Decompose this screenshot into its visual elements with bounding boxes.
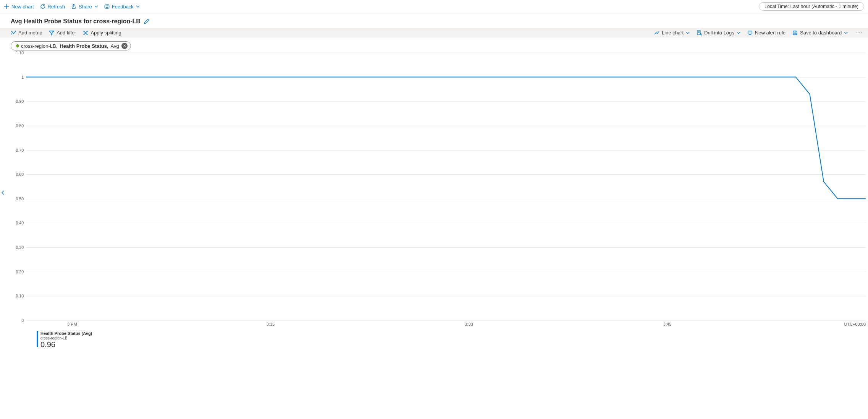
svg-rect-31 [16,44,19,47]
splitting-icon [83,30,88,36]
drill-into-logs-label: Drill into Logs [704,30,734,36]
metric-pill-resource: cross-region-LB, [21,43,57,49]
y-tick-label: 0.60 [11,172,24,177]
time-range-label: Local Time: Last hour (Automatic - 1 min… [765,4,858,9]
y-tick-label: 0.70 [11,148,24,153]
y-tick-label: 0 [11,318,24,323]
line-chart-icon [654,30,659,36]
legend-color-bar [37,331,38,347]
page-title-row: Avg Health Probe Status for cross-region… [0,13,868,28]
svg-line-18 [84,31,86,33]
x-tick-label: 3:30 [465,322,473,326]
chart-toolbar-left: Add metric Add filter Apply splitting [11,30,121,36]
x-tick-label: 3:15 [267,322,275,326]
metric-pill-row: cross-region-LB, Health Probe Status, Av… [0,37,868,53]
collapse-handle[interactable] [1,190,5,196]
more-actions-button[interactable]: ··· [855,30,864,36]
metric-pill-agg: Avg [111,43,119,49]
x-tick-label: 3 PM [67,322,77,326]
svg-line-21 [86,33,87,34]
chart-legend[interactable]: Health Probe Status (Avg) cross-region-L… [37,331,868,349]
share-icon [71,4,76,9]
chart-toolbar-right: Line chart Drill into Logs New alert rul… [654,30,864,36]
resource-icon [13,43,19,49]
apply-splitting-label: Apply splitting [91,30,121,36]
y-tick-label: 0.10 [11,294,24,298]
save-to-dashboard-button[interactable]: Save to dashboard [792,30,848,36]
refresh-label: Refresh [48,4,65,10]
edit-icon[interactable] [144,18,150,24]
y-tick-label: 0.20 [11,270,24,274]
chart-container: 1.1010.900.800.700.600.500.400.300.200.1… [11,53,868,349]
chart-type-button[interactable]: Line chart [654,30,690,36]
filter-icon [49,30,54,36]
apply-splitting-button[interactable]: Apply splitting [83,30,121,36]
x-tick-label: 3:45 [663,322,671,326]
y-tick-label: 0.30 [11,245,24,250]
y-tick-label: 0.40 [11,221,24,225]
svg-point-4 [107,6,108,6]
svg-line-20 [84,33,86,34]
add-metric-label: Add metric [18,30,42,36]
logs-icon [697,30,702,36]
legend-value: 0.96 [40,340,92,349]
series-line [26,53,866,320]
feedback-icon [104,4,110,9]
metric-pill[interactable]: cross-region-LB, Health Probe Status, Av… [11,41,131,50]
chevron-down-icon [686,31,690,35]
drill-into-logs-button[interactable]: Drill into Logs [697,30,740,36]
chevron-down-icon [136,5,140,8]
time-range-picker[interactable]: Local Time: Last hour (Automatic - 1 min… [759,2,864,11]
add-metric-icon [11,30,16,36]
save-icon [792,30,798,36]
feedback-button[interactable]: Feedback [104,4,140,10]
chevron-down-icon [94,5,98,8]
new-alert-rule-button[interactable]: New alert rule [747,30,786,36]
top-command-bar-left: New chart Refresh Share Feedback [4,4,140,10]
remove-metric-button[interactable]: ✕ [121,43,128,49]
share-button[interactable]: Share [71,4,98,10]
chevron-left-icon [1,190,5,195]
legend-resource: cross-region-LB [40,336,92,341]
new-chart-label: New chart [11,4,34,10]
new-alert-rule-label: New alert rule [755,30,786,36]
share-label: Share [79,4,92,10]
svg-rect-27 [748,31,752,34]
plus-icon [4,4,9,9]
new-chart-button[interactable]: New chart [4,4,34,10]
legend-text: Health Probe Status (Avg) cross-region-L… [40,331,92,349]
y-tick-label: 1.10 [11,50,24,55]
chart-toolbar: Add metric Add filter Apply splitting Li… [0,28,868,37]
svg-point-3 [106,6,106,6]
save-to-dashboard-label: Save to dashboard [800,30,842,36]
svg-rect-29 [794,31,796,32]
metric-pill-metric: Health Probe Status, [60,43,108,49]
page-title: Avg Health Probe Status for cross-region… [11,18,141,25]
refresh-icon [40,4,45,9]
x-axis: UTC+00:00 3 PM3:153:303:45 [26,320,866,329]
top-command-bar: New chart Refresh Share Feedback Local T… [0,0,868,13]
svg-line-19 [86,31,87,33]
y-tick-label: 0.80 [11,123,24,128]
add-filter-button[interactable]: Add filter [49,30,76,36]
y-tick-label: 1 [11,75,24,80]
chart-type-label: Line chart [662,30,684,36]
chart-plot-area[interactable]: 1.1010.900.800.700.600.500.400.300.200.1… [26,53,866,320]
add-filter-label: Add filter [57,30,76,36]
svg-point-2 [105,4,109,9]
chevron-down-icon [844,31,848,35]
timezone-label: UTC+00:00 [844,322,866,326]
chevron-down-icon [737,31,740,35]
svg-line-26 [701,35,702,36]
alert-icon [747,30,753,36]
refresh-button[interactable]: Refresh [40,4,65,10]
legend-series-name: Health Probe Status (Avg) [40,331,92,336]
add-metric-button[interactable]: Add metric [11,30,42,36]
y-tick-label: 0.50 [11,197,24,201]
svg-rect-30 [794,33,796,35]
feedback-label: Feedback [112,4,134,10]
y-tick-label: 0.90 [11,99,24,104]
